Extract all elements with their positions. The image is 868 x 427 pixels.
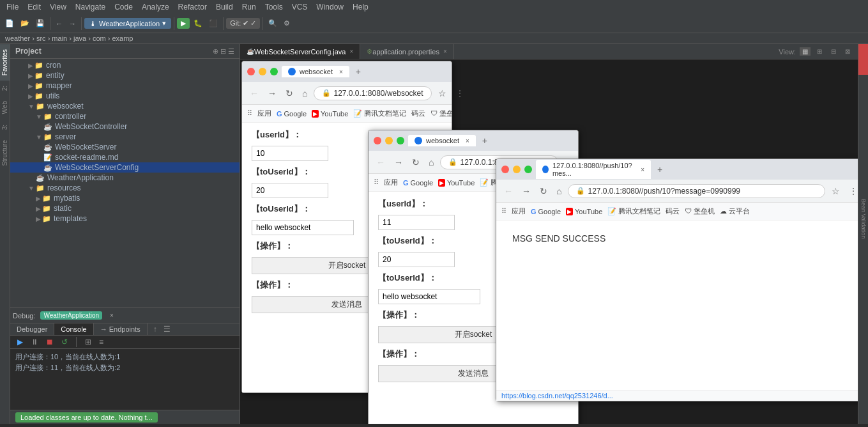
browser-2-min[interactable]: [385, 137, 393, 144]
browser-3-tab-close[interactable]: ×: [641, 166, 644, 173]
tree-item-websocketcontroller[interactable]: ☕ WebSocketController: [10, 121, 240, 132]
browser-2-tab[interactable]: websocket ×: [408, 135, 476, 146]
menu-refactor[interactable]: Refactor: [174, 1, 211, 13]
browser-1-min[interactable]: [259, 68, 266, 75]
menu-edit[interactable]: Edit: [24, 1, 45, 13]
debug-control-2[interactable]: ☰: [162, 324, 172, 334]
browser-3-menu[interactable]: ⋮: [846, 185, 858, 198]
view-btn-4[interactable]: ⊠: [842, 47, 853, 56]
debug-tab-endpoints[interactable]: → Endpoints: [94, 323, 148, 335]
browser-1-new-tab[interactable]: +: [353, 66, 363, 77]
menu-view[interactable]: View: [46, 1, 70, 13]
browser-2-reload[interactable]: ↻: [409, 156, 422, 169]
tree-item-mapper[interactable]: ▶ 📁 mapper: [10, 81, 240, 91]
file-tab-appprops[interactable]: ⚙ application.properties ×: [360, 44, 453, 59]
bookmark-google-2[interactable]: G Google: [403, 179, 433, 187]
debug-tab-debugger[interactable]: Debugger: [10, 323, 54, 335]
tree-item-templates[interactable]: ▶ 📁 templates: [10, 214, 240, 224]
menu-file[interactable]: File: [3, 1, 22, 13]
browser-2-max[interactable]: [397, 137, 404, 144]
debug-resume-btn[interactable]: ▶: [15, 337, 25, 347]
left-tab-3[interactable]: 3:: [0, 120, 10, 135]
browser-3-back[interactable]: ←: [501, 185, 515, 198]
ws1-message-input[interactable]: [252, 220, 354, 235]
file-tab-close-2[interactable]: ×: [443, 48, 447, 55]
ws2-message-input[interactable]: [378, 289, 480, 304]
browser-1-home[interactable]: ⌂: [300, 87, 310, 100]
debug-restart-btn[interactable]: ↺: [59, 337, 70, 347]
browser-2-close[interactable]: [374, 137, 381, 144]
tree-item-websocketserver[interactable]: ☕ WebSocketServer: [10, 142, 240, 152]
browser-1-max[interactable]: [270, 68, 278, 75]
browser-1-forward[interactable]: →: [265, 87, 279, 100]
menu-analyze[interactable]: Analyze: [138, 1, 173, 13]
debug-pause-btn[interactable]: ⏸: [29, 337, 40, 347]
browser-2-forward[interactable]: →: [392, 156, 406, 169]
bookmark-fortress-1[interactable]: 🛡 堡垒机: [430, 109, 452, 118]
toolbar-forward-btn[interactable]: →: [66, 19, 79, 29]
tree-item-socket-readme[interactable]: 📝 socket-readme.md: [10, 152, 240, 162]
menu-help[interactable]: Help: [349, 1, 372, 13]
ws1-userid-input[interactable]: [252, 146, 328, 161]
browser-3-min[interactable]: [513, 166, 521, 173]
bookmark-tencent-1[interactable]: 📝 腾讯文档笔记: [353, 109, 406, 118]
left-tab-2[interactable]: 2:: [0, 81, 10, 96]
browser-3-home[interactable]: ⌂: [554, 185, 564, 198]
bookmark-youtube-3[interactable]: ▶ YouTube: [566, 208, 602, 215]
browser-3-reload[interactable]: ↻: [537, 185, 550, 198]
browser-1-close[interactable]: [247, 68, 255, 75]
bookmark-youtube-2[interactable]: ▶ YouTube: [438, 179, 475, 187]
browser-3-url-bar[interactable]: 🔒 127.0.0.1:8080//push/10?message=099099…: [568, 184, 825, 198]
debug-button[interactable]: 🐛: [191, 18, 205, 29]
debug-table-btn[interactable]: ⊞: [83, 337, 93, 347]
browser-1-menu[interactable]: ⋮: [453, 87, 467, 100]
menu-run[interactable]: Run: [238, 1, 260, 13]
bookmark-gitee-1[interactable]: 码云: [411, 109, 425, 118]
bookmark-google-3[interactable]: G Google: [531, 208, 561, 215]
stop-button[interactable]: ⬛: [206, 18, 220, 29]
bookmark-fortress-3[interactable]: 🛡 堡垒机: [685, 206, 715, 216]
browser-3-forward[interactable]: →: [519, 185, 533, 198]
browser-1-tab-close[interactable]: ×: [339, 68, 343, 75]
bookmark-tencent-3[interactable]: 📝 腾讯文档笔记: [607, 206, 660, 216]
tree-item-resources[interactable]: ▼ 📁 resources: [10, 183, 240, 193]
browser-1-reload[interactable]: ↻: [283, 87, 296, 100]
tree-item-weatherapp[interactable]: ☕ WeatherApplication: [10, 173, 240, 183]
browser-3-tab[interactable]: 127.0.0.1:8080//push/10?mes... ×: [536, 160, 651, 179]
menu-tools[interactable]: Tools: [261, 1, 287, 13]
browser-1-url-bar[interactable]: 🔒 127.0.0.1:8080/websocket: [314, 86, 431, 100]
tree-item-entity[interactable]: ▶ 📁 entity: [10, 70, 240, 81]
browser-3-close[interactable]: [501, 166, 509, 173]
debug-app-close[interactable]: ×: [110, 312, 114, 319]
toolbar-settings-btn[interactable]: ⚙: [281, 18, 293, 29]
tree-item-cron[interactable]: ▶ 📁 cron: [10, 60, 240, 70]
bookmark-gitee-3[interactable]: 码云: [666, 206, 680, 216]
tree-item-wsserverconfig[interactable]: ☕ WebSocketServerConfig: [10, 162, 240, 173]
bookmark-apps-2[interactable]: 应用: [384, 178, 398, 187]
bookmark-cloud-3[interactable]: ☁ 云平台: [720, 206, 750, 216]
tree-item-utils[interactable]: ▶ 📁 utils: [10, 91, 240, 101]
view-btn-1[interactable]: ▦: [800, 47, 811, 56]
debug-list-btn[interactable]: ≡: [97, 337, 105, 347]
debug-stop-btn[interactable]: ⏹: [44, 337, 56, 347]
browser-1-back[interactable]: ←: [247, 87, 261, 100]
left-tab-favorites[interactable]: Favorites: [0, 44, 10, 81]
toolbar-new-btn[interactable]: 📄: [3, 18, 17, 29]
browser-2-new-tab[interactable]: +: [480, 136, 490, 146]
menu-window[interactable]: Window: [312, 1, 347, 13]
tree-item-static[interactable]: ▶ 📁 static: [10, 203, 240, 214]
view-btn-2[interactable]: ⊞: [814, 47, 825, 56]
tree-item-server[interactable]: ▼ 📁 server: [10, 132, 240, 142]
browser-2-home[interactable]: ⌂: [426, 156, 436, 169]
toolbar-open-btn[interactable]: 📂: [18, 18, 32, 29]
debug-tab-console[interactable]: Console: [54, 323, 93, 335]
browser-1-tab[interactable]: websocket ×: [282, 66, 349, 77]
menu-build[interactable]: Build: [212, 1, 237, 13]
toolbar-save-btn[interactable]: 💾: [33, 18, 47, 29]
bookmark-apps-1[interactable]: 应用: [257, 109, 271, 118]
run-button[interactable]: ▶: [177, 18, 190, 29]
browser-2-tab-close[interactable]: ×: [466, 137, 469, 144]
ws2-touserid-input[interactable]: [378, 252, 455, 267]
browser-2-back[interactable]: ←: [374, 156, 388, 169]
tree-item-websocket[interactable]: ▼ 📁 websocket: [10, 101, 240, 111]
